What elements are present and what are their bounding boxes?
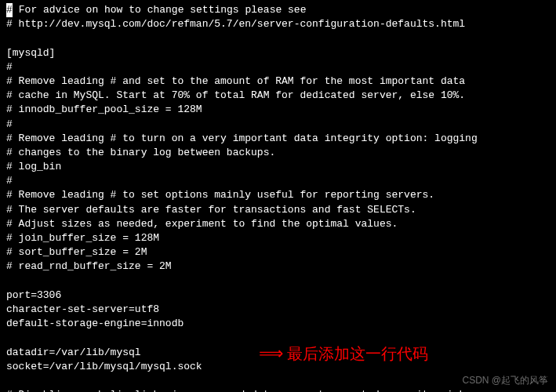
cursor-block: # (6, 3, 13, 17)
config-line: # cache in MySQL. Start at 70% of total … (6, 89, 550, 103)
annotation-text: 最后添加这一行代码 (287, 343, 428, 365)
config-line: # Adjust sizes as needed, experiment to … (6, 217, 550, 231)
config-line: # (6, 174, 550, 188)
config-line: port=3306 (6, 289, 550, 303)
config-line: # log_bin (6, 160, 550, 174)
config-line: # (6, 118, 550, 132)
config-line: # Remove leading # to turn on a very imp… (6, 132, 550, 146)
config-line: # (6, 60, 550, 74)
config-line: # http://dev.mysql.com/doc/refman/5.7/en… (6, 17, 550, 31)
terminal-content[interactable]: # For advice on how to change settings p… (6, 3, 550, 392)
config-line: # Remove leading # to set options mainly… (6, 188, 550, 202)
config-line: # changes to the binary log between back… (6, 146, 550, 160)
config-line: # For advice on how to change settings p… (6, 3, 550, 17)
line-text: For advice on how to change settings ple… (13, 4, 306, 16)
config-line: # read_rnd_buffer_size = 2M (6, 260, 550, 274)
arrow-icon: ⟹ (259, 342, 284, 366)
config-line: [mysqld] (6, 46, 550, 60)
config-line (6, 31, 550, 45)
annotation-callout: ⟹ 最后添加这一行代码 (259, 342, 428, 366)
config-line: # join_buffer_size = 128M (6, 231, 550, 245)
config-line: # sort_buffer_size = 2M (6, 245, 550, 260)
config-line: # Remove leading # and set to the amount… (6, 74, 550, 89)
watermark-text: CSDN @起飞的风筝 (462, 374, 548, 387)
config-line: default-storage-engine=innodb (6, 317, 550, 331)
config-line: # innodb_buffer_pool_size = 128M (6, 103, 550, 117)
config-line (6, 274, 550, 289)
config-line: # The server defaults are faster for tra… (6, 203, 550, 217)
config-line: # Disabling symbolic-links is recommende… (6, 388, 550, 392)
config-line: character-set-server=utf8 (6, 303, 550, 317)
